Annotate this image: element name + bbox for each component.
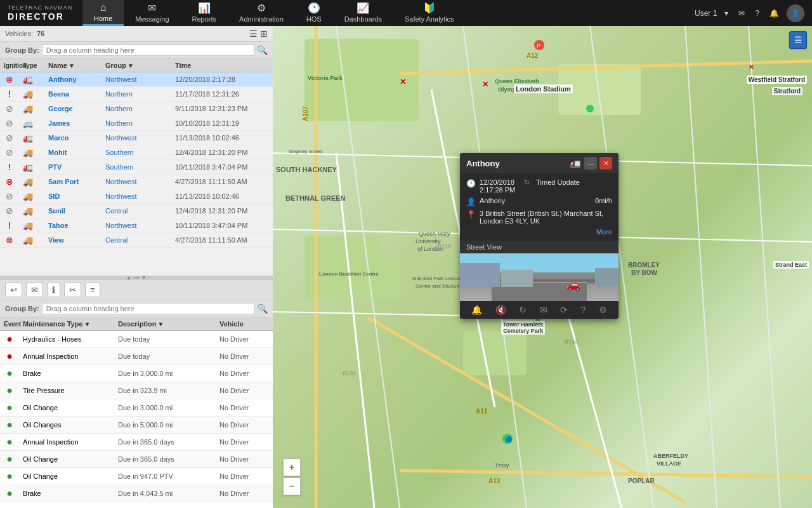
vehicle-ignition-status: ⊘ bbox=[0, 131, 19, 145]
vehicle-name: Sam Port bbox=[44, 176, 102, 187]
maintenance-list-item[interactable]: ● Hydraulics - Hoses Due today No Driver bbox=[0, 331, 273, 348]
search-icon[interactable]: 🔍 bbox=[257, 45, 268, 55]
nav-home[interactable]: ⌂ Home bbox=[82, 0, 124, 26]
status-green-icon: ● bbox=[6, 402, 13, 413]
vehicle-time: 10/11/2018 3:47:04 PM bbox=[171, 220, 273, 231]
vehicle-group: Northwest bbox=[102, 190, 171, 202]
vehicle-group: Northwest bbox=[102, 176, 171, 187]
popup-refresh-icon[interactable]: ↻ bbox=[519, 305, 527, 315]
help-icon[interactable]: ? bbox=[752, 6, 762, 20]
dropdown-chevron-icon[interactable]: ▾ bbox=[722, 6, 731, 20]
svg-text:✕: ✕ bbox=[482, 80, 488, 89]
vehicle-name: Sunil bbox=[44, 205, 102, 217]
maintenance-list-item[interactable]: ● Oil Change Due in 323.9 mi No Driver bbox=[0, 502, 273, 508]
map-layers-button[interactable]: ☰ bbox=[789, 31, 807, 49]
message-button[interactable]: ✉ bbox=[26, 283, 43, 297]
avatar[interactable]: 👤 bbox=[787, 4, 804, 22]
logo-top-text: TELETRAC NAVMAN bbox=[8, 4, 72, 11]
location-icon: 📍 bbox=[466, 210, 476, 219]
popup-alert-icon[interactable]: 🔔 bbox=[471, 305, 482, 315]
nav-messaging[interactable]: ✉ Messaging bbox=[124, 0, 180, 26]
status-red-icon: ● bbox=[6, 351, 13, 362]
maint-col-description[interactable]: Description ▼ bbox=[114, 318, 216, 330]
street-car-icon: 🚗 bbox=[566, 277, 580, 291]
vehicle-list-item[interactable]: ⊘ 🚛 Marco Northwest 11/13/2018 10:02:46 bbox=[0, 131, 273, 145]
popup-mute-icon[interactable]: 🔇 bbox=[495, 305, 506, 315]
popup-settings-icon[interactable]: ⚙ bbox=[599, 305, 607, 315]
nav-reports[interactable]: 📊 Reports bbox=[181, 0, 228, 26]
zoom-in-button[interactable]: + bbox=[283, 458, 301, 476]
vehicle-list-item[interactable]: ⊗ 🚚 View Central 4/27/2018 11:11:50 AM bbox=[0, 233, 273, 248]
maint-description: Due in 4,043.5 mi bbox=[114, 487, 216, 500]
svg-text:🔵: 🔵 bbox=[505, 436, 513, 443]
app-logo: TELETRAC NAVMAN DIRECTOR bbox=[0, 0, 82, 26]
maintenance-list-item[interactable]: ● Annual Inspection Due in 365.0 days No… bbox=[0, 434, 273, 451]
maintenance-list-item[interactable]: ● Oil Change Due in 947.0 PTV No Driver bbox=[0, 468, 273, 485]
zoom-out-button[interactable]: − bbox=[283, 478, 301, 495]
svg-text:A12: A12 bbox=[527, 52, 539, 59]
vehicle-name: Mohit bbox=[44, 147, 102, 158]
popup-help-icon[interactable]: ? bbox=[580, 305, 586, 315]
vehicle-list-item[interactable]: ⊘ 🚚 George Northern 9/11/2018 12:31:23 P… bbox=[0, 102, 273, 116]
mail-icon[interactable]: ✉ bbox=[736, 6, 747, 20]
bell-icon[interactable]: 🔔 bbox=[767, 6, 782, 20]
maintenance-list-item[interactable]: ● Oil Change Due in 365.0 days No Driver bbox=[0, 451, 273, 468]
vehicle-list-item[interactable]: ⊘ 🚚 Sunil Central 12/4/2018 12:31:20 PM bbox=[0, 204, 273, 218]
maint-group-by-input[interactable] bbox=[42, 303, 254, 314]
group-by-input[interactable] bbox=[42, 44, 254, 56]
maint-col-type[interactable]: Maintenance Type ▼ bbox=[19, 318, 114, 330]
popup-history-icon[interactable]: ⟳ bbox=[560, 305, 568, 315]
maint-description: Due in 947.0 PTV bbox=[114, 470, 216, 483]
info-button[interactable]: ℹ bbox=[47, 283, 60, 297]
status-green-icon: ● bbox=[6, 505, 13, 508]
vehicle-ignition-status: ! bbox=[0, 218, 19, 232]
popup-address2: London E3 4LY, UK bbox=[480, 217, 603, 225]
edit-button[interactable]: ✂ bbox=[64, 283, 81, 297]
nav-safety[interactable]: 🔰 Safety Analytics bbox=[393, 0, 466, 26]
vehicles-map-icon[interactable]: ⊞ bbox=[260, 29, 268, 39]
maintenance-list-item[interactable]: ● Brake Due in 4,043.5 mi No Driver bbox=[0, 485, 273, 502]
vehicle-list-item[interactable]: ! 🚛 PTV Southern 10/11/2018 3:47:04 PM bbox=[0, 160, 273, 175]
vehicle-list-item[interactable]: ! 🚚 Beena Northern 11/17/2018 12:31:26 bbox=[0, 87, 273, 102]
maint-event-status: ● bbox=[0, 451, 19, 467]
maint-event-status: ● bbox=[0, 417, 19, 433]
vehicle-list-item[interactable]: ⊘ 🚚 Mohit Southern 12/4/2018 12:31:20 PM bbox=[0, 145, 273, 160]
nav-hos[interactable]: 🕐 HOS bbox=[295, 0, 333, 26]
nav-administration[interactable]: ⚙ Administration bbox=[228, 0, 295, 26]
vehicle-list-item[interactable]: ⊗ 🚚 Sam Port Northwest 4/27/2018 11:11:5… bbox=[0, 175, 273, 189]
vehicle-list-item[interactable]: ⊘ 🚚 SID Northwest 11/13/2018 10:02:46 bbox=[0, 189, 273, 204]
popup-minimize-button[interactable]: — bbox=[584, 157, 597, 170]
maintenance-list-item[interactable]: ● Oil Changes Due in 5,000.0 mi No Drive… bbox=[0, 417, 273, 434]
maintenance-list-item[interactable]: ● Annual Inspection Due today No Driver bbox=[0, 348, 273, 365]
popup-address: 3 British Street (British St.) Marchant … bbox=[480, 210, 603, 217]
popup-more-button[interactable]: More bbox=[466, 228, 612, 236]
popup-close-button[interactable]: ✕ bbox=[599, 157, 612, 170]
svg-text:Olympic Park: Olympic Park bbox=[498, 86, 535, 93]
reports-icon: 📊 bbox=[198, 2, 211, 14]
user-label[interactable]: User 1 bbox=[695, 9, 717, 18]
vehicle-list-item[interactable]: ⊗ 🚛 Anthony Northwest 12/20/2018 2:17:28 bbox=[0, 72, 273, 87]
vehicle-ignition-status: ! bbox=[0, 87, 19, 101]
col-group[interactable]: Group ▼ bbox=[102, 59, 171, 72]
maintenance-list-item[interactable]: ● Tire Pressure Due in 323.9 mi No Drive… bbox=[0, 382, 273, 399]
vehicle-list-item[interactable]: ⊘ 🚐 James Northern 10/10/2018 12:31:19 bbox=[0, 116, 273, 131]
maint-search-icon[interactable]: 🔍 bbox=[257, 304, 268, 314]
vehicles-list-icon[interactable]: ☰ bbox=[249, 29, 258, 39]
history-button[interactable]: ↩ bbox=[5, 283, 22, 297]
nav-dashboards[interactable]: 📈 Dashboards bbox=[333, 0, 393, 26]
maintenance-list-item[interactable]: ● Brake Due in 3,000.0 mi No Driver bbox=[0, 365, 273, 382]
menu-button[interactable]: ≡ bbox=[85, 283, 100, 297]
map-area[interactable]: A107 A12 A11 A13 B119 B140 B135 Victoria… bbox=[273, 26, 812, 508]
svg-text:VILLAGE: VILLAGE bbox=[657, 460, 681, 467]
popup-time: 2:17:28 PM bbox=[480, 186, 515, 194]
status-green-icon: ● bbox=[6, 419, 13, 431]
safety-icon: 🔰 bbox=[423, 2, 436, 14]
popup-message-icon[interactable]: ✉ bbox=[540, 305, 547, 315]
vehicle-list-item[interactable]: ! 🚚 Tahoe Northwest 10/11/2018 3:47:04 P… bbox=[0, 218, 273, 233]
maintenance-list-item[interactable]: ● Oil Change Due in 3,000.0 mi No Driver bbox=[0, 399, 273, 417]
col-name[interactable]: Name ▼ bbox=[44, 59, 102, 72]
maintenance-section: Group By: 🔍 Event Maintenance Type ▼ Des… bbox=[0, 300, 273, 508]
status-green-icon: ● bbox=[6, 368, 13, 379]
popup-date: 12/20/2018 bbox=[480, 178, 515, 186]
home-icon: ⌂ bbox=[100, 2, 107, 13]
